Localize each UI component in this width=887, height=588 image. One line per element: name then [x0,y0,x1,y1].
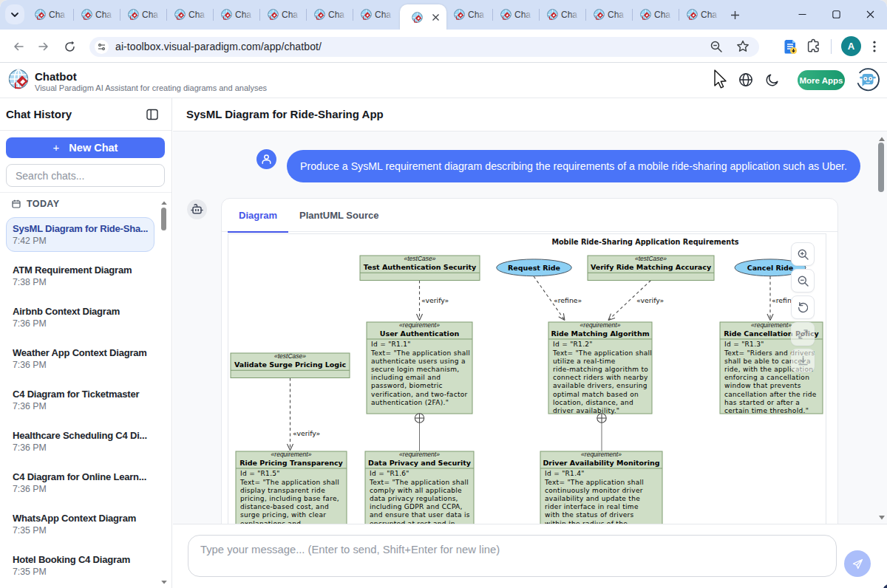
sidebar-scrollbar-thumb[interactable] [161,208,166,230]
zoom-in-button[interactable] [791,242,815,266]
plus-icon [730,10,740,20]
tab-title-fade [151,9,163,21]
message-input[interactable] [188,535,837,577]
svg-text:Ride Matching Algorithm: Ride Matching Algorithm [551,329,649,338]
fullscreen-button[interactable] [791,322,815,346]
chat-history-item[interactable]: Weather App Context Diagram 7:36 PM [6,341,154,376]
new-tab-button[interactable] [726,6,744,24]
zoom-icon[interactable] [709,39,724,54]
more-apps-button[interactable]: More Apps [798,70,845,90]
main-scroll-up-arrow[interactable] [878,136,886,142]
browser-tab[interactable]: Cha [214,0,260,30]
new-chat-button[interactable]: + New Chat [6,137,165,158]
url-text[interactable]: ai-toolbox.visual-paradigm.com/app/chatb… [115,41,322,52]
svg-text:Id = "R1.1": Id = "R1.1" [371,341,411,348]
chat-history-item[interactable]: Healthcare Scheduling C4 Di... 7:36 PM [6,424,154,459]
chat-item-time: 7:36 PM [13,360,148,370]
zoom-out-button[interactable] [791,269,815,293]
forward-button[interactable] [35,38,52,55]
chat-item-title: C4 Diagram for Online Learn... [13,471,148,483]
browser-tab[interactable]: Cha [586,0,633,30]
language-globe-icon[interactable] [738,72,753,87]
browser-tab[interactable]: Cha [307,0,353,30]
browser-tab[interactable]: Cha [353,0,400,30]
chat-history-item[interactable]: C4 Diagram for Online Learn... 7:36 PM [6,465,154,500]
bot-avatar [187,199,207,219]
site-favicon [500,9,512,20]
site-info-button[interactable] [95,40,109,54]
reload-button[interactable] [61,38,78,55]
chat-history-item[interactable]: ATM Requirement Diagram 7:38 PM [6,259,154,293]
svg-text:«verify»: «verify» [293,429,320,437]
browser-tab[interactable]: Cha [120,0,167,30]
browser-tab[interactable]: Cha [27,0,74,30]
extensions-puzzle-icon[interactable] [806,38,821,54]
minimize-icon [798,10,806,18]
svg-text:Id = "R1.5": Id = "R1.5" [240,470,280,477]
svg-text:connect riders with nearby: connect riders with nearby [553,374,648,381]
svg-text:window that prevents: window that prevents [724,382,801,389]
svg-text:«verify»: «verify» [421,296,449,304]
svg-text:optimal match based on: optimal match based on [553,391,639,398]
main-scroll-down-arrow[interactable] [878,515,886,521]
close-tab-button[interactable] [431,13,441,22]
tab-title-fade [570,9,582,21]
send-button[interactable] [844,550,871,577]
address-bar[interactable]: ai-toolbox.visual-paradigm.com/app/chatb… [89,37,759,57]
sidebar-scroll-up-arrow[interactable] [160,199,168,207]
browser-tab[interactable]: Cha [633,0,679,30]
browser-tab[interactable]: Cha [540,0,586,30]
chat-history-item[interactable]: C4 Diagram for Ticketmaster 7:36 PM [6,383,154,417]
message-input-area [173,524,887,588]
expand-icon [797,328,809,341]
svg-text:«requirement»: «requirement» [399,321,440,329]
chat-history-item[interactable]: WhatsApp Context Diagram 7:35 PM [6,507,154,541]
tab-title-fade [663,9,675,21]
browser-tab[interactable]: Cha [446,0,493,30]
browser-tab[interactable]: Cha [493,0,540,30]
sidebar-scroll-down-arrow[interactable] [160,578,168,586]
browser-tab[interactable]: Cha [679,0,726,30]
chat-item-time: 7:36 PM [13,318,148,329]
chat-history-item[interactable]: Airbnb Context Diagram 7:36 PM [6,300,154,335]
svg-text:surge pricing, with clear: surge pricing, with clear [240,511,326,519]
download-button[interactable] [791,349,815,372]
dark-mode-moon-icon[interactable] [765,72,780,87]
collapse-sidebar-icon[interactable] [146,109,158,120]
browser-tab[interactable]: Cha [167,0,214,30]
today-section-header: TODAY [12,199,59,209]
reset-view-button[interactable] [791,295,815,319]
back-button[interactable] [10,38,27,55]
maximize-button[interactable] [819,0,853,28]
svg-text:driver availability.": driver availability." [553,407,619,414]
site-favicon [594,9,605,20]
main-scrollbar-thumb[interactable] [878,143,884,192]
card-tab[interactable]: PlantUML Source [288,199,390,232]
tab-title-fade [104,9,116,21]
chat-item-time: 7:36 PM [13,484,148,494]
svg-text:Text= "The application shall: Text= "The application shall [370,349,470,357]
menu-kebab-icon[interactable] [868,40,881,53]
new-chat-label: New Chat [69,142,118,154]
card-tab[interactable]: Diagram [228,199,288,232]
browser-tab[interactable]: Cha [260,0,307,30]
search-chats-input[interactable] [6,164,165,187]
tab-title-fade [384,9,395,21]
card-tab-bar: DiagramPlantUML Source [222,199,837,232]
profile-avatar[interactable]: A [841,36,861,56]
diagram-toolbar [791,242,815,375]
close-window-button[interactable] [853,0,887,28]
diagram-canvas[interactable]: «testCase»Test Authentication Security«t… [228,233,826,524]
chat-messages-area[interactable]: Produce a SysML requirement diagram desc… [173,131,887,524]
bookmark-star-icon[interactable] [735,39,750,54]
chat-history-item[interactable]: SysML Diagram for Ride-Sha... 7:42 PM [6,217,154,252]
minimize-button[interactable] [785,0,819,28]
browser-tab[interactable]: Cha [74,0,120,30]
chat-history-item[interactable]: Hotel Booking C4 Diagram 7:35 PM [6,548,154,583]
docs-extension-icon[interactable] [781,38,799,55]
browser-tab[interactable]: Cha [400,4,446,30]
svg-text:continuously monitor driver: continuously monitor driver [545,487,643,494]
svg-text:«requirement»: «requirement» [271,451,312,458]
tab-search-button[interactable] [5,4,24,24]
svg-text:comply with all applicable: comply with all applicable [370,487,462,494]
